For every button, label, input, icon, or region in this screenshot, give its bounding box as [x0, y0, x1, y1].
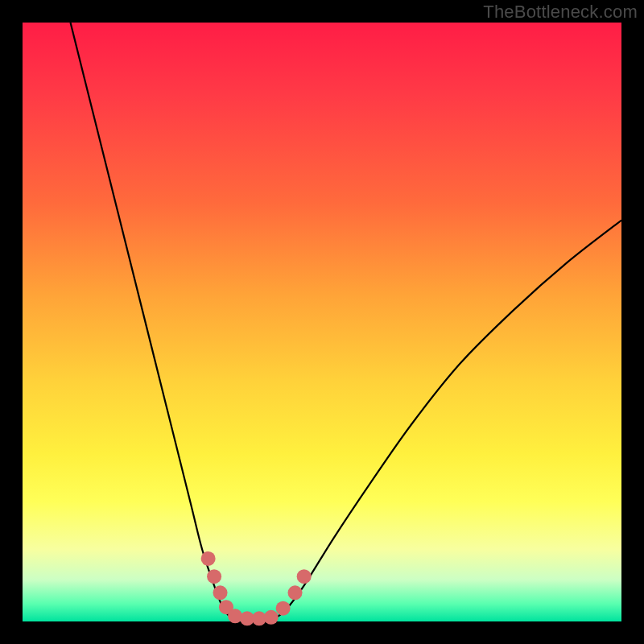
highlight-dot: [276, 601, 291, 616]
watermark-text: TheBottleneck.com: [483, 2, 638, 23]
highlight-dot: [288, 585, 303, 600]
curve-layer: [23, 23, 621, 621]
highlight-dot: [213, 585, 228, 600]
highlight-dot: [201, 551, 216, 566]
chart-frame: TheBottleneck.com: [0, 0, 644, 644]
highlight-dot: [228, 609, 242, 623]
curve-left-branch: [71, 23, 233, 619]
highlight-dot: [297, 569, 312, 584]
highlight-dot: [264, 610, 279, 625]
highlight-dot: [207, 569, 221, 584]
curve-right-branch: [274, 221, 621, 620]
highlight-dots: [201, 551, 312, 625]
plot-area: [23, 23, 621, 621]
